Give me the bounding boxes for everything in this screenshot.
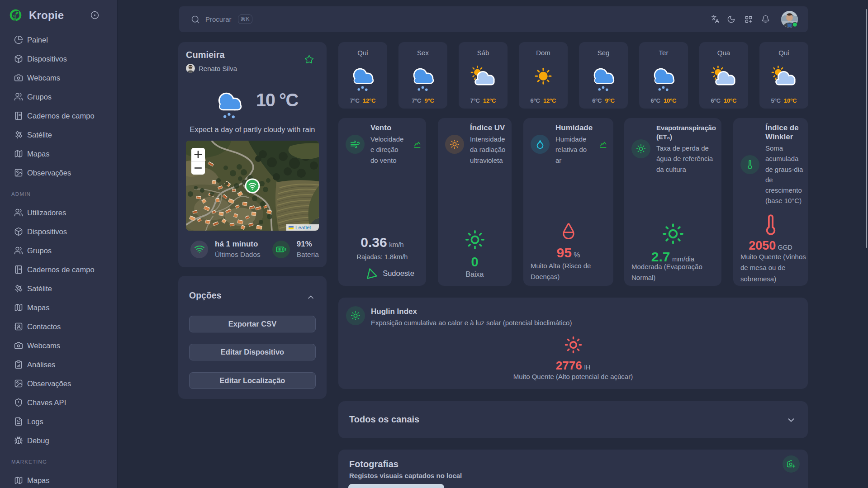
svg-text:Leaflet: Leaflet <box>295 225 311 230</box>
